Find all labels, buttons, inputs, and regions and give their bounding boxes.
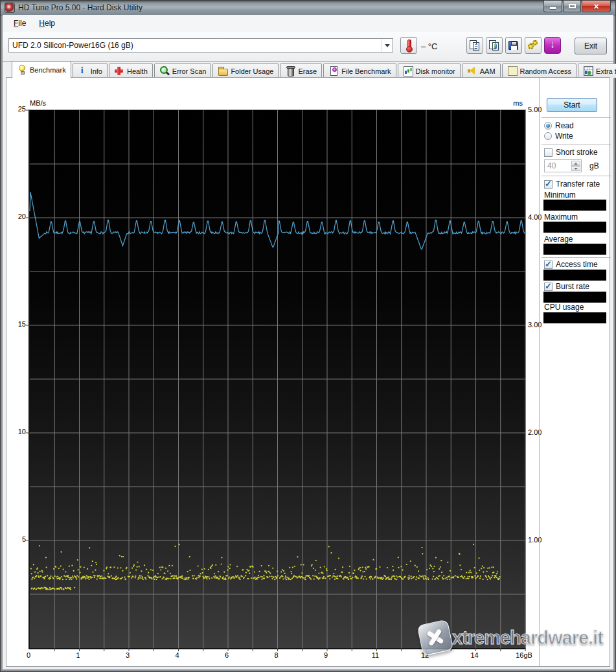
save-button[interactable]: [505, 37, 522, 54]
extra-tests-icon: [583, 66, 593, 76]
lightbulb-icon: [17, 65, 27, 75]
x-axis-tick: 3: [113, 651, 142, 659]
write-radio[interactable]: [544, 132, 552, 140]
minimize-button[interactable]: [543, 1, 562, 12]
tab-file-benchmark[interactable]: File Benchmark: [323, 64, 396, 78]
tab-label: AAM: [480, 67, 496, 75]
write-radio-row: Write: [544, 132, 573, 141]
minimum-label: Minimum: [544, 191, 576, 200]
transfer-rate-label: Transfer rate: [556, 180, 600, 189]
average-value-display: 19.4 MB/s: [543, 244, 606, 255]
access-time-checkbox[interactable]: [544, 261, 553, 269]
tab-benchmark[interactable]: Benchmark: [12, 61, 71, 78]
left-axis-tick: 5: [8, 535, 26, 543]
benchmark-tab-content: MB/s ms 2520151055.004.003.002.001.00013…: [6, 77, 610, 667]
update-button[interactable]: [544, 37, 561, 54]
tab-erase[interactable]: Erase: [280, 64, 322, 78]
benchmark-chart-svg: [30, 110, 525, 648]
left-axis-tick: 10: [8, 428, 26, 435]
x-axis-tick: 8: [262, 651, 291, 659]
x-axis-tick: 4: [163, 651, 192, 659]
maximum-value: 21.1 MB/s: [555, 222, 595, 232]
tab-label: File Benchmark: [341, 67, 391, 75]
menu-help[interactable]: Help: [34, 17, 60, 30]
minimum-value-display: 18.5 MB/s: [543, 200, 606, 211]
separator: [542, 117, 611, 118]
tab-info[interactable]: Info: [73, 64, 108, 78]
tab-bar: BenchmarkInfoHealthError ScanFolder Usag…: [3, 61, 613, 78]
copy-text-icon: [469, 40, 481, 51]
menubar: File Help: [3, 15, 613, 32]
cpu-usage-value: 1.5%: [565, 313, 584, 323]
x-axis-tick: 6: [212, 651, 241, 659]
read-radio[interactable]: [544, 122, 552, 130]
transfer-rate-checkbox[interactable]: [544, 180, 553, 189]
burst-rate-checkbox[interactable]: [544, 283, 553, 291]
read-radio-row: Read: [544, 121, 574, 130]
settings-button[interactable]: [525, 37, 542, 54]
short-stroke-unit: gB: [589, 161, 599, 170]
tab-folder-usage[interactable]: Folder Usage: [212, 64, 279, 78]
maximize-icon: [569, 4, 576, 8]
update-arrow-icon: [547, 40, 558, 51]
tab-disk-monitor[interactable]: Disk monitor: [398, 64, 461, 78]
toolbar: UFD 2.0 Silicon-Power16G (16 gB) – °C Ex…: [3, 32, 613, 62]
app-icon: [5, 3, 15, 13]
tab-label: Extra tests: [596, 67, 616, 75]
cpu-usage-label: CPU usage: [544, 303, 584, 312]
access-time-row: Access time: [544, 260, 598, 269]
left-axis-tick: 20: [8, 213, 26, 220]
burst-rate-row: Burst rate: [544, 282, 589, 291]
maximize-button[interactable]: [563, 1, 581, 12]
short-stroke-size-value: 40: [547, 161, 556, 170]
tab-health[interactable]: Health: [109, 64, 153, 78]
spinner-arrows: [571, 161, 580, 171]
panel-divider: [539, 78, 540, 666]
spinner-up-icon[interactable]: [571, 161, 580, 166]
chevron-down-icon[interactable]: [381, 39, 393, 52]
x-axis-tick: 1: [64, 651, 93, 659]
x-axis-tick: 12: [411, 651, 439, 659]
access-time-dots: [30, 544, 501, 590]
left-axis-tick: 25: [8, 105, 26, 113]
file-benchmark-icon: [328, 66, 339, 76]
minimize-icon: [550, 7, 556, 9]
hd-tune-window: HD Tune Pro 5.00 - Hard Disk Utility × F…: [0, 0, 616, 672]
average-value: 19.4 MB/s: [555, 244, 595, 254]
x-axis-tick: 11: [361, 651, 390, 659]
tab-label: Health: [127, 67, 148, 75]
info-icon: [78, 66, 88, 76]
exit-button[interactable]: Exit: [575, 38, 607, 54]
tab-label: Erase: [298, 67, 317, 75]
short-stroke-checkbox[interactable]: [544, 148, 553, 157]
copy-text-button[interactable]: [466, 37, 483, 54]
copy-image-button[interactable]: [486, 37, 503, 54]
burst-rate-label: Burst rate: [556, 282, 589, 291]
health-cross-icon: [114, 66, 124, 76]
drive-select-value: UFD 2.0 Silicon-Power16G (16 gB): [9, 41, 381, 50]
burst-rate-value-display: 20.0 MB/s: [543, 292, 606, 303]
separator: [542, 144, 611, 145]
tab-error-scan[interactable]: Error Scan: [154, 64, 212, 78]
x-axis-tick: 9: [312, 651, 340, 659]
spinner-down-icon[interactable]: [571, 166, 580, 171]
transfer-rate-row: Transfer rate: [544, 180, 600, 189]
trash-icon: [285, 66, 295, 76]
menu-file[interactable]: File: [8, 17, 31, 30]
close-button[interactable]: ×: [582, 1, 611, 12]
read-label: Read: [555, 121, 574, 130]
tab-random-access[interactable]: Random Access: [502, 64, 576, 78]
window-controls: ×: [543, 1, 611, 12]
benchmark-plot: [29, 110, 526, 649]
folder-icon: [218, 66, 228, 76]
random-access-icon: [507, 66, 518, 76]
left-axis-tick: 15: [8, 320, 26, 328]
start-button[interactable]: Start: [547, 98, 597, 112]
tab-aam[interactable]: AAM: [462, 64, 501, 78]
temperature-button[interactable]: [400, 37, 417, 54]
separator: [542, 257, 611, 258]
short-stroke-size-spinner[interactable]: 40: [544, 159, 582, 172]
drive-select[interactable]: UFD 2.0 Silicon-Power16G (16 gB): [8, 38, 393, 52]
tab-extra-tests[interactable]: Extra tests: [578, 64, 616, 78]
right-axis-unit: ms: [505, 99, 523, 107]
